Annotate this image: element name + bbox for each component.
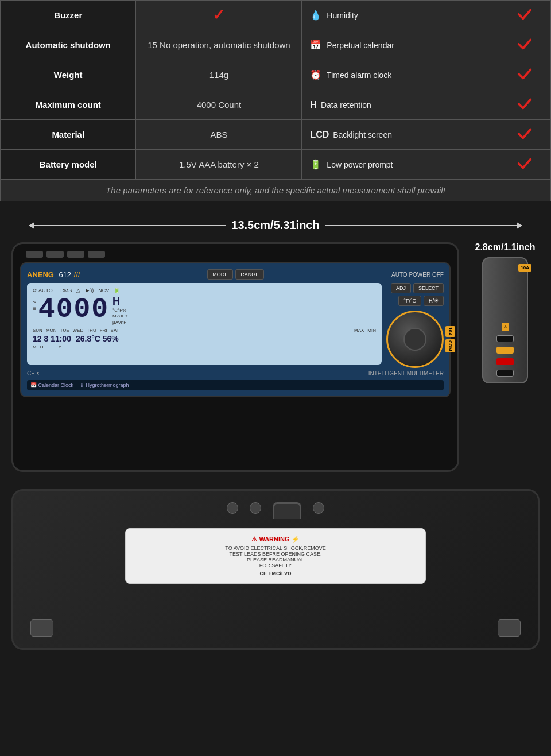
side-port-3 [496,358,514,365]
back-hook [273,502,301,519]
corner-clip-right [498,619,521,637]
width-dimension: 13.5cm/5.31inch [29,219,522,232]
label-material: Material [1,120,136,150]
width-label: 13.5cm/5.31inch [231,219,319,232]
feature-low-power: 🔋 Low power prompt [302,150,498,180]
back-corners [30,619,521,637]
lcd-bottom-labels: MD Y [33,344,376,350]
device-side-view: 10A ⚠ [482,257,528,383]
check-perpetual [498,30,551,60]
warning-plate: ⚠ WARNING ⚡ TO AVOID ELECTRICAL SHOCK,RE… [125,528,426,584]
device-back: ⚠ WARNING ⚡ TO AVOID ELECTRICAL SHOCK,RE… [11,489,540,650]
devices-container: ANENG 612 /// MODE RANGE AUTO POWER OFF … [0,242,551,483]
intelligent-label: INTELLIGENT MULTIMETER [368,370,444,377]
right-arrow-line [325,225,522,226]
label-buzzer: Buzzer [1,1,136,30]
side-port-4 [496,370,514,377]
check-humidity [498,1,551,30]
label-weight: Weight [1,60,136,90]
device-footer: 📅 Calendar Clock 🌡 Hygrothermograph [27,380,444,390]
rotary-dial[interactable] [386,311,444,368]
side-10a-label: 10A [518,264,531,272]
lcd-units: °C°F%MkΩHzμAVnF [112,308,127,325]
port-com: COM [445,339,455,352]
lcd-days-row: SUNMONTUE WEDTHUFRI SAT MAX MIN [33,328,376,333]
auto-power-text: AUTO POWER OFF [391,272,444,278]
screen-area: ANENG 612 /// MODE RANGE AUTO POWER OFF … [20,262,451,397]
mode-button[interactable]: MODE [207,269,233,280]
hold-button[interactable]: H/☀ [424,296,444,306]
back-top-buttons [227,502,324,519]
depth-label: 2.8cm/1.1inch [471,242,540,253]
slashes: /// [74,270,80,279]
battery-icon: 🔋 [310,160,321,169]
label-battery: Battery model [1,150,136,180]
h-bold-label: H [310,100,317,110]
port-10a: 10A [445,326,455,337]
alarm-icon: ⏰ [310,70,321,80]
warning-title: ⚠ WARNING ⚡ [135,536,416,543]
lcd-hold-symbol: H [112,296,127,308]
top-button-1 [26,251,43,258]
brand-model: ANENG 612 /// [27,269,80,280]
control-buttons-top: MODE RANGE [207,269,264,280]
right-controls: ADJ SELECT °F/°C H/☀ 10A [386,283,444,368]
back-btn-1 [227,502,238,514]
table-row-battery: Battery model 1.5V AAA battery × 2 🔋 Low… [1,150,551,180]
ce-mark: CE ε [27,370,39,377]
device-front: ANENG 612 /// MODE RANGE AUTO POWER OFF … [11,242,459,472]
check-buzzer: ✓ [212,6,225,24]
back-btn-2 [250,502,261,514]
warning-cert: CE EMC/LVD [135,571,416,576]
select-button[interactable]: SELECT [413,283,444,293]
table-row-shutdown: Automatic shutdown 15 No operation, auto… [1,30,551,60]
lcd-temp: 26.8°C 56% [76,334,119,343]
feature-humidity: 💧 Humidity [302,1,498,30]
front-view-wrapper: ANENG 612 /// MODE RANGE AUTO POWER OFF … [11,242,459,472]
control-row-1: ADJ SELECT [391,283,444,293]
lcd-time: 12 8 11:00 [33,334,71,343]
lcd-bold-label: LCD [310,130,329,139]
value-buzzer: ✓ [136,1,302,30]
range-button[interactable]: RANGE [235,269,264,280]
check-alarm [498,60,551,90]
feature-backlight: LCD Backlight screen [302,120,498,150]
brand-text: ANENG [27,270,54,279]
value-count: 4000 Count [136,90,302,120]
side-port-1 [496,335,514,342]
label-shutdown: Automatic shutdown [1,30,136,60]
table-row-disclaimer: The parameters are for reference only, a… [1,180,551,201]
rotary-inner [403,328,426,351]
port-labels: 10A COM [445,311,455,368]
table-row-buzzer: Buzzer ✓ 💧 Humidity [1,1,551,30]
model-text: 612 [59,270,71,279]
lcd-top-indicators: ⟳ AUTO TRMS △ ►)) NCV 🔋 [33,288,376,293]
warning-line2: TEST LEADS BEFRE OPENING CASE. [135,551,416,557]
control-row-2: °F/°C H/☀ [398,296,444,306]
side-port-2 [496,347,514,354]
value-battery: 1.5V AAA battery × 2 [136,150,302,180]
lcd-main-number: 4000 [38,296,109,323]
lcd-right-symbols: H °C°F%MkΩHzμAVnF [112,296,127,325]
top-button-2 [46,251,64,258]
corner-clip-left [30,619,53,637]
side-device-container: 10A ⚠ [471,257,540,383]
table-row-material: Material ABS LCD Backlight screen [1,120,551,150]
lcd-tilde: ~≡ [33,299,36,312]
label-count: Maximum count [1,90,136,120]
footer-hygro: 🌡 Hygrothermograph [79,382,129,388]
rotary-area: 10A COM [386,311,444,368]
back-view-wrapper: 7.45cm/2.93inch ⚠ WARNING ⚡ TO AVOID ELE… [11,489,540,650]
specs-table: Buzzer ✓ 💧 Humidity Automatic shutdown 1… [0,0,551,201]
top-button-4 [88,251,105,258]
warning-line4: FOR SAFETY [135,563,416,568]
humidity-icon: 💧 [310,10,321,20]
warning-line3: PLEASE READMANUAL [135,557,416,563]
value-weight: 114g [136,60,302,90]
warning-stripe: ⚠ [502,323,509,331]
calendar-icon: 📅 [310,40,321,50]
temp-button[interactable]: °F/°C [398,296,421,306]
adj-button[interactable]: ADJ [391,283,411,293]
feature-data-retention: H Data retention [302,90,498,120]
feature-alarm: ⏰ Timed alarm clock [302,60,498,90]
